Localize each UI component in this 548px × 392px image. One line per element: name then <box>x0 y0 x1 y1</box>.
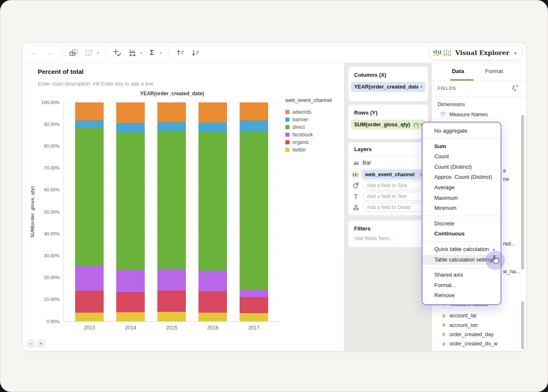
bar-segment-2017-banner[interactable] <box>240 120 268 131</box>
bar-segment-2017-adwords[interactable] <box>240 102 268 120</box>
legend-label: banner <box>292 117 308 123</box>
sort-ascending-icon[interactable] <box>174 47 187 59</box>
columns-shelf: Columns (X) YEAR(order_created_date) ▾ <box>348 66 428 102</box>
chevron-down-icon[interactable]: ▾ <box>141 51 143 55</box>
aggregate-sigma-icon[interactable]: Σ <box>146 47 158 59</box>
bar-segment-2014-banner[interactable] <box>116 123 145 132</box>
bar-segment-2014-adwords[interactable] <box>116 102 145 123</box>
bar-segment-2013-adwords[interactable] <box>75 102 104 120</box>
bar-segment-2015-facebook[interactable] <box>157 269 186 290</box>
bar-segment-2015-twitter[interactable] <box>157 312 186 321</box>
chart-description-input[interactable]: Enter chart description. Hit Enter key t… <box>38 81 153 87</box>
bar-segment-2017-facebook[interactable] <box>240 290 268 297</box>
add-calculated-field-button[interactable]: fx+ <box>512 83 519 92</box>
bar-segment-2017-direct[interactable] <box>240 131 268 290</box>
size-field-slot[interactable]: Add a field to Size <box>363 181 425 190</box>
menu-item-maximum[interactable]: Maximum <box>423 193 501 204</box>
zoom-out-button[interactable]: − <box>27 340 35 348</box>
menu-item-sum[interactable]: Sum <box>423 141 501 152</box>
filters-drop-zone[interactable]: Add fields here... <box>354 235 422 241</box>
dimension-item-measure-names[interactable]: TMeasure Names <box>432 110 527 119</box>
bar-segment-2016-adwords[interactable] <box>198 102 227 123</box>
bar-segment-2015-organic[interactable] <box>157 290 186 312</box>
rows-shelf-label: Rows (Y) <box>354 110 422 116</box>
bar-segment-2016-banner[interactable] <box>198 123 227 132</box>
measure-item-clipped[interactable]: # <box>432 349 527 351</box>
zoom-in-button[interactable]: + <box>37 340 45 348</box>
tab-format[interactable]: Format <box>485 68 503 74</box>
bar-segment-2013-facebook[interactable] <box>75 266 104 291</box>
bar-segment-2016-direct[interactable] <box>198 132 227 271</box>
legend-item-adwords[interactable]: adwords <box>285 108 332 116</box>
menu-item-quick-table-calculation[interactable]: Quick table calculation▸ <box>423 244 501 255</box>
bar-size-icon[interactable] <box>126 47 139 59</box>
bar-segment-2015-banner[interactable] <box>157 122 186 131</box>
stacked-bar-2013 <box>75 102 104 321</box>
legend-label: twitter <box>292 147 306 153</box>
rows-pill-sum-order-gloss-qty[interactable]: SUM(order_gloss_qty) [*] ▾ <box>351 120 425 130</box>
menu-item-approx-count-distinct[interactable]: Approx. Count (Distinct) <box>423 172 501 183</box>
menu-item-remove[interactable]: Remove <box>423 290 501 301</box>
bar-segment-2014-facebook[interactable] <box>116 270 145 292</box>
columns-pill-year-order-created-date[interactable]: YEAR(order_created_date) ▾ <box>351 82 425 92</box>
menu-item-average[interactable]: Average <box>423 183 501 193</box>
sort-descending-icon[interactable] <box>189 47 202 59</box>
menu-item-continuous[interactable]: Continuous <box>423 229 501 239</box>
chevron-down-icon[interactable]: ▾ <box>420 85 422 89</box>
detail-field-slot[interactable]: Add a field to Detail <box>363 203 425 212</box>
legend-swatch-icon <box>285 110 290 114</box>
bar-segment-2015-adwords[interactable] <box>157 102 186 122</box>
bar-segment-2017-organic[interactable] <box>240 297 268 313</box>
swap-axes-icon[interactable] <box>111 47 124 59</box>
bar-segment-2013-organic[interactable] <box>75 291 104 313</box>
menu-item-minimum[interactable]: Minimum <box>423 203 501 214</box>
bar-segment-2014-twitter[interactable] <box>116 312 145 321</box>
bar-segment-2013-twitter[interactable] <box>75 313 104 321</box>
remove-chart-icon[interactable] <box>83 47 95 59</box>
measure-item-order_created_day[interactable]: #order_created_day <box>432 330 527 339</box>
bar-segment-2015-direct[interactable] <box>157 131 186 269</box>
measure-item-account_lat[interactable]: #account_lat <box>432 311 527 320</box>
chart-title[interactable]: Percent of total <box>38 68 84 75</box>
undo-back-button[interactable]: ← <box>29 47 41 59</box>
legend-item-direct[interactable]: direct <box>285 123 332 131</box>
duplicate-chart-icon[interactable] <box>68 47 80 59</box>
legend-item-facebook[interactable]: facebook <box>285 131 332 139</box>
chevron-down-icon[interactable]: ▾ <box>97 51 99 55</box>
menu-item-shared-axis[interactable]: Shared axis <box>423 270 501 280</box>
measure-item-account_lon[interactable]: #account_lon <box>432 321 527 330</box>
menu-item-discrete[interactable]: Discrete <box>423 219 501 229</box>
bar-segment-2017-twitter[interactable] <box>240 313 268 321</box>
menu-item-count[interactable]: Count <box>423 152 501 162</box>
redo-forward-button[interactable]: → <box>44 47 56 59</box>
layer-mark-type[interactable]: Bar <box>348 157 428 169</box>
menu-item-table-calculation-settings[interactable]: Table calculation settings <box>423 255 501 265</box>
text-field-slot[interactable]: Add a field to Text <box>363 192 425 201</box>
legend-label: direct <box>292 124 305 130</box>
measures-scrollbar[interactable] <box>521 301 524 349</box>
color-pill-web-event-channel[interactable]: web_event_channel ▾ <box>362 170 425 180</box>
bar-segment-2016-facebook[interactable] <box>198 271 227 291</box>
visual-explorer-switcher[interactable]: Visual Explorer ▾ <box>428 45 523 60</box>
measure-item-order_created_do_w[interactable]: #order_created_do_w <box>432 339 527 348</box>
bar-segment-2014-direct[interactable] <box>116 132 145 270</box>
x-tick-label: 2017 <box>233 325 274 331</box>
bar-segment-2014-organic[interactable] <box>116 292 145 312</box>
bar-segment-2016-twitter[interactable] <box>198 313 227 321</box>
bar-segment-2013-direct[interactable] <box>75 128 104 266</box>
legend-item-organic[interactable]: organic <box>285 139 332 146</box>
menu-item-count-distinct[interactable]: Count (Distinct) <box>423 162 501 172</box>
tab-data[interactable]: Data <box>452 68 464 74</box>
menu-item-format[interactable]: Format... <box>423 280 501 291</box>
menu-item-no-aggregate[interactable]: No aggregate <box>423 126 501 136</box>
color-encoding-row: web_event_channel ▾ <box>348 169 428 180</box>
y-tick-label: 90.00% <box>30 122 60 127</box>
sidebar-scrollbar[interactable] <box>521 115 524 269</box>
legend-item-banner[interactable]: banner <box>285 116 332 123</box>
plot-area[interactable] <box>63 102 281 321</box>
legend-item-twitter[interactable]: twitter <box>285 146 332 154</box>
bar-segment-2013-banner[interactable] <box>75 120 104 128</box>
chevron-down-icon[interactable]: ▾ <box>160 51 162 55</box>
bar-segment-2016-organic[interactable] <box>198 291 227 313</box>
y-tick-label: 70.00% <box>30 165 60 170</box>
